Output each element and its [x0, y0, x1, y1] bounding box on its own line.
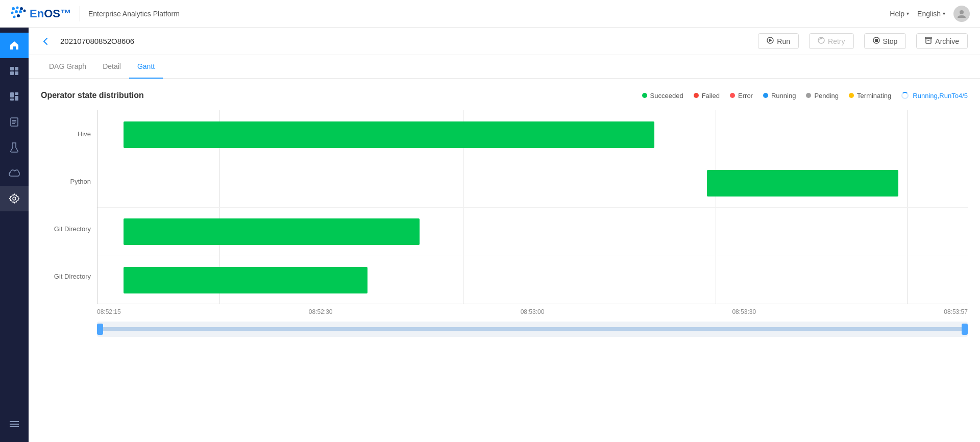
gantt-container: Hive Python Git Directory Git Directory	[41, 110, 968, 337]
legend-pending: Pending	[806, 92, 839, 100]
svg-point-6	[23, 9, 26, 12]
x-label-0: 08:52:15	[97, 308, 121, 315]
sidebar-item-home[interactable]	[0, 33, 29, 58]
x-label-2: 08:53:00	[521, 308, 545, 315]
gantt-bar-gitdir1	[124, 218, 420, 245]
sidebar-item-report[interactable]	[0, 109, 29, 135]
chart-section: Operator state distribution Succeeded Fa…	[41, 91, 968, 337]
content-area: Operator state distribution Succeeded Fa…	[29, 79, 980, 349]
failed-dot	[694, 93, 699, 98]
tab-detail[interactable]: Detail	[94, 55, 129, 79]
scroll-handle-right[interactable]	[962, 324, 968, 335]
svg-point-23	[13, 197, 16, 200]
nav-right: Help ▾ English ▾	[890, 6, 970, 22]
svg-point-9	[960, 10, 964, 14]
running-dot	[763, 93, 768, 98]
svg-point-2	[20, 7, 23, 10]
svg-rect-16	[15, 96, 18, 101]
tab-dag-graph[interactable]: DAG Graph	[41, 55, 94, 79]
stop-icon	[873, 37, 880, 45]
nav-left: EnOS™ Enterprise Analytics Platform	[10, 6, 180, 22]
svg-rect-12	[10, 71, 14, 75]
dashboard-icon	[10, 92, 19, 101]
svg-rect-31	[875, 39, 878, 42]
svg-point-8	[17, 14, 20, 17]
x-axis-labels: 08:52:15 08:52:30 08:53:00 08:53:30 08:5…	[97, 304, 968, 315]
succeeded-dot	[642, 93, 647, 98]
help-chevron-icon: ▾	[906, 11, 909, 16]
logo-text: EnOS™	[30, 7, 71, 20]
sidebar-item-settings[interactable]	[0, 186, 29, 211]
archive-icon	[925, 37, 932, 45]
lang-chevron-icon: ▾	[943, 11, 945, 16]
legend-failed: Failed	[694, 92, 720, 100]
pending-dot	[806, 93, 811, 98]
svg-point-7	[13, 15, 16, 18]
svg-point-4	[15, 10, 18, 13]
svg-rect-15	[15, 92, 18, 95]
nav-divider	[80, 6, 80, 21]
status-badge: Running,RunTo4/5	[901, 92, 968, 100]
y-label-hive: Hive	[41, 110, 97, 158]
sidebar	[0, 28, 29, 442]
x-label-3: 08:53:30	[732, 308, 756, 315]
tab-gantt[interactable]: Gantt	[129, 55, 163, 79]
legend-succeeded: Succeeded	[642, 92, 683, 100]
svg-rect-11	[15, 67, 18, 70]
x-label-1: 08:52:30	[309, 308, 333, 315]
sidebar-item-lab[interactable]	[0, 135, 29, 160]
user-avatar[interactable]	[953, 6, 970, 22]
platform-title: Enterprise Analytics Platform	[88, 10, 180, 18]
avatar-icon	[957, 9, 967, 19]
sidebar-item-apps[interactable]	[0, 58, 29, 84]
gantt-bar-hive	[124, 121, 654, 148]
svg-marker-28	[769, 39, 772, 42]
scroll-area[interactable]	[97, 322, 968, 337]
back-icon	[41, 37, 50, 46]
gantt-body: Hive Python Git Directory Git Directory	[41, 110, 968, 315]
gantt-plot-area: 08:52:15 08:52:30 08:53:00 08:53:30 08:5…	[97, 110, 968, 315]
logo: EnOS™ Enterprise Analytics Platform	[10, 6, 180, 22]
scroll-handle-left[interactable]	[97, 324, 103, 335]
svg-point-3	[11, 11, 14, 14]
settings-icon	[9, 193, 19, 204]
svg-point-0	[12, 7, 15, 10]
chart-legend: Succeeded Failed Error Running	[642, 92, 892, 100]
legend-running: Running	[763, 92, 796, 100]
archive-button[interactable]: Archive	[916, 33, 968, 49]
gantt-bar-gitdir2	[124, 267, 367, 293]
cloud-icon	[9, 169, 20, 177]
run-id: 202107080852O8606	[60, 37, 134, 45]
scroll-thumb	[97, 327, 968, 331]
hline-3	[97, 256, 968, 256]
back-button[interactable]	[41, 37, 50, 46]
sidebar-item-dashboard[interactable]	[0, 84, 29, 109]
run-button[interactable]: Run	[758, 33, 799, 49]
sidebar-item-cloud[interactable]	[0, 160, 29, 186]
y-axis-labels: Hive Python Git Directory Git Directory	[41, 110, 97, 315]
chart-header: Operator state distribution Succeeded Fa…	[41, 91, 968, 100]
retry-button[interactable]: Retry	[809, 33, 853, 49]
svg-rect-10	[10, 67, 14, 70]
stop-button[interactable]: Stop	[864, 33, 906, 49]
svg-point-1	[16, 6, 19, 9]
retry-icon	[818, 37, 825, 45]
hline-1	[97, 159, 968, 159]
y-label-gitdir1: Git Directory	[41, 205, 97, 253]
error-dot	[730, 93, 735, 98]
home-icon	[9, 40, 19, 51]
toolbar: 202107080852O8606 Run Retry	[29, 28, 980, 55]
main-content: 202107080852O8606 Run Retry	[29, 28, 980, 442]
language-button[interactable]: English ▾	[917, 10, 945, 18]
apps-icon	[10, 66, 19, 76]
help-button[interactable]: Help ▾	[890, 10, 909, 18]
svg-rect-14	[10, 92, 14, 97]
gantt-bar-python	[707, 170, 898, 197]
menu-icon	[10, 421, 19, 428]
gantt-plot	[97, 110, 968, 304]
hline-2	[97, 207, 968, 208]
sidebar-item-menu[interactable]	[0, 411, 29, 437]
svg-point-5	[19, 10, 22, 13]
legend-terminating: Terminating	[849, 92, 891, 100]
svg-rect-17	[10, 99, 14, 101]
